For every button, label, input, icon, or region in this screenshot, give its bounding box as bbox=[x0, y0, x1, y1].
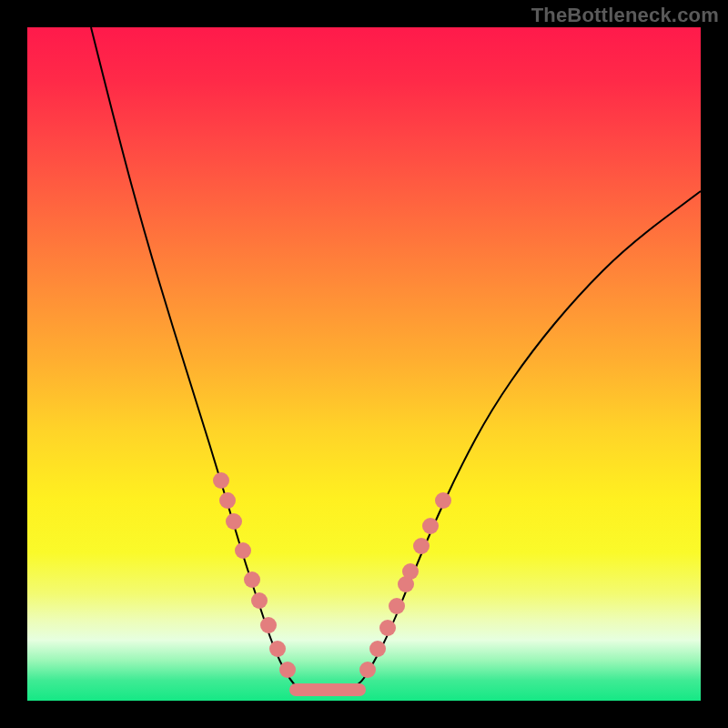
bottleneck-curve bbox=[91, 27, 701, 692]
bead-marker bbox=[422, 518, 439, 534]
bead-marker bbox=[279, 662, 296, 678]
bead-marker bbox=[244, 571, 260, 588]
curve-svg bbox=[27, 27, 701, 701]
chart-frame: TheBottleneck.com bbox=[0, 0, 728, 728]
bead-marker bbox=[226, 513, 242, 530]
bead-marker bbox=[369, 641, 386, 657]
beads-right-group bbox=[359, 492, 451, 678]
bead-marker bbox=[219, 492, 236, 509]
bead-marker bbox=[413, 538, 430, 554]
bead-marker bbox=[389, 598, 405, 614]
bead-marker bbox=[435, 492, 451, 509]
bead-marker bbox=[359, 662, 376, 678]
bead-marker bbox=[235, 542, 251, 559]
bead-marker bbox=[402, 563, 419, 580]
bead-marker bbox=[379, 620, 396, 636]
bead-marker bbox=[213, 472, 229, 489]
bead-marker bbox=[251, 592, 268, 609]
bead-marker bbox=[260, 617, 277, 633]
watermark-text: TheBottleneck.com bbox=[531, 4, 719, 27]
plot-area bbox=[27, 27, 701, 701]
beads-left-group bbox=[213, 472, 296, 678]
bead-marker bbox=[269, 641, 286, 657]
